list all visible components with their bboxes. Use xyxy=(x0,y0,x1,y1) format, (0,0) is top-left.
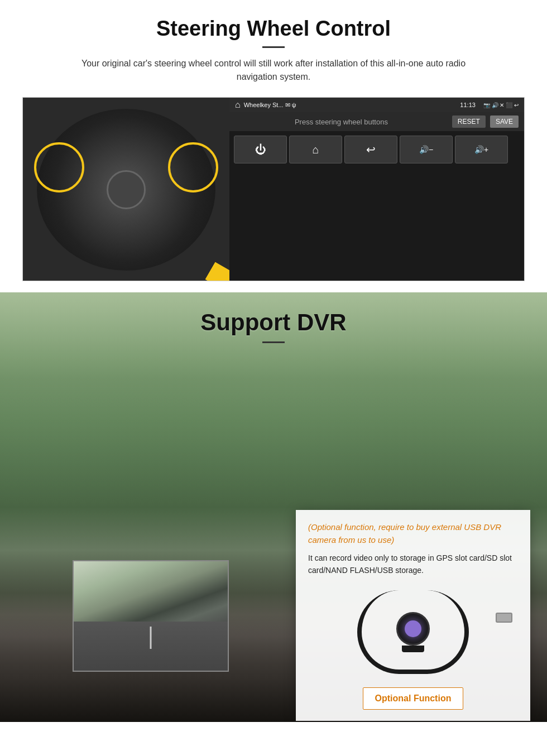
home-icon: ⌂ xyxy=(235,100,241,110)
steering-photo xyxy=(23,98,229,281)
dvr-title-divider xyxy=(262,341,285,343)
dashcam-road-line xyxy=(150,627,152,649)
android-btn-power[interactable]: ⏻ xyxy=(234,136,287,163)
save-button[interactable]: SAVE xyxy=(490,115,519,128)
camera-body xyxy=(396,612,430,652)
android-statusbar: ⌂ Wheelkey St... ✉ ψ 11:13 📷 🔊 ✕ ⬛ ↩ xyxy=(229,98,524,112)
steering-image-area: ⌂ Wheelkey St... ✉ ψ 11:13 📷 🔊 ✕ ⬛ ↩ Pre… xyxy=(22,97,525,281)
dvr-title-area: Support DVR xyxy=(0,292,547,352)
optional-function-button[interactable]: Optional Function xyxy=(363,687,463,710)
android-btn-vol-up[interactable]: 🔊+ xyxy=(455,136,508,163)
dvr-camera-art xyxy=(308,585,518,680)
camera-base xyxy=(402,646,424,652)
dvr-section: Support DVR (Optional function, require … xyxy=(0,292,547,722)
camera-main xyxy=(396,612,430,646)
statusbar-title: Wheelkey St... ✉ ψ xyxy=(244,102,296,109)
steering-title: Steering Wheel Control xyxy=(22,17,525,41)
arrow-shape xyxy=(201,256,229,281)
android-toolbar: Press steering wheel buttons RESET SAVE xyxy=(229,112,524,131)
title-divider xyxy=(262,46,285,48)
dvr-description: It can record video only to storage in G… xyxy=(308,552,518,577)
android-btn-back[interactable]: ↩ xyxy=(344,136,397,163)
dvr-title: Support DVR xyxy=(0,309,547,336)
camera-lens xyxy=(405,620,421,637)
steering-section: Steering Wheel Control Your original car… xyxy=(0,0,547,292)
android-buttons-grid: ⏻ ⌂ ↩ 🔊− 🔊+ xyxy=(229,131,524,168)
android-screen: ⌂ Wheelkey St... ✉ ψ 11:13 📷 🔊 ✕ ⬛ ↩ Pre… xyxy=(229,98,524,281)
android-btn-vol-down[interactable]: 🔊− xyxy=(400,136,453,163)
callout-circle-right xyxy=(168,142,218,192)
statusbar-icons: 📷 🔊 ✕ ⬛ ↩ xyxy=(483,102,519,108)
reset-button[interactable]: RESET xyxy=(452,115,486,128)
android-btn-home[interactable]: ⌂ xyxy=(289,136,342,163)
dvr-info-card: (Optional function, require to buy exter… xyxy=(296,510,530,721)
steering-subtitle: Your original car's steering wheel contr… xyxy=(61,57,486,84)
callout-circle-left xyxy=(34,142,84,192)
statusbar-time: 11:13 xyxy=(460,102,476,108)
dvr-optional-note: (Optional function, require to buy exter… xyxy=(308,521,518,546)
prompt-text: Press steering wheel buttons xyxy=(235,118,448,126)
dashcam-thumbnail xyxy=(73,560,229,672)
steering-wheel-center xyxy=(107,170,146,209)
usb-plug xyxy=(496,613,512,623)
